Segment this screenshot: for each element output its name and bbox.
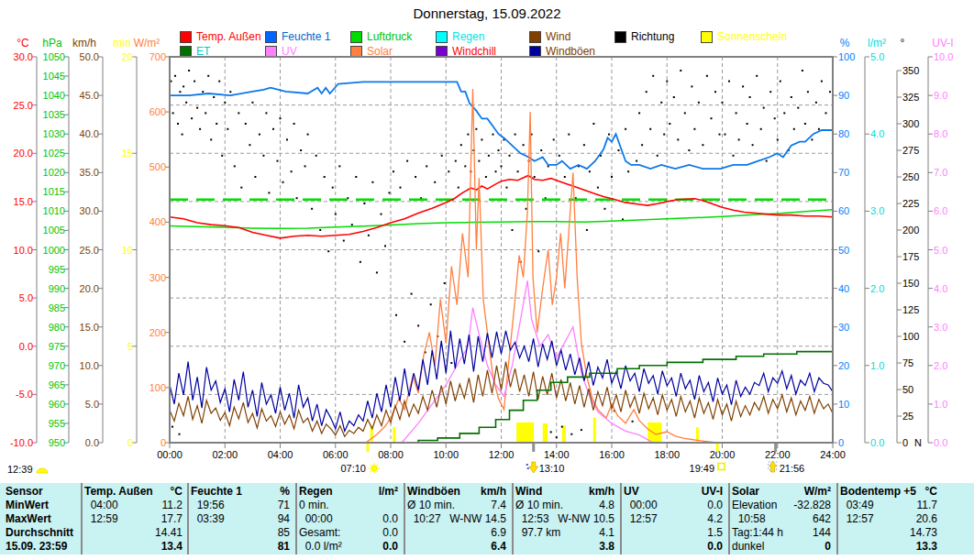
- stat-cell: Feuchte 1%: [191, 485, 290, 499]
- axis-tick-label: 100: [149, 382, 166, 393]
- stat-cell: Ø 10 min.4.8: [515, 499, 614, 512]
- axis-tick-label: 970: [49, 360, 65, 371]
- stat-cell: Temp. Außen°C: [84, 485, 183, 499]
- axis-tick-label: 10: [122, 245, 133, 256]
- axis-tick-label: 3.0: [934, 322, 947, 333]
- axis-tick-label: 0: [902, 437, 908, 448]
- axis-tick-label: 30: [838, 322, 849, 333]
- stats-table: SensorMinWertMaxWertDurchschnitt15.09. 2…: [0, 483, 974, 555]
- axis-tick-label: 600: [149, 106, 166, 117]
- axis-tick-label: 1015: [43, 186, 65, 197]
- axis-tick-label: 4.0: [934, 283, 947, 294]
- axis-tick-label: 20: [838, 360, 849, 371]
- stat-cell: 1.5: [624, 526, 723, 540]
- axis-tick-label: 0: [838, 437, 844, 448]
- stat-cell: 6.4: [407, 540, 506, 554]
- weather-chart: 30.025.020.015.010.05.00.0-5.0-10.0°C105…: [0, 0, 974, 483]
- axis-tick-label: 35.0: [80, 167, 99, 178]
- sun-event-time: 19:49: [690, 463, 715, 474]
- axis-tick-label: 980: [49, 322, 65, 333]
- moonrise-icon: [769, 461, 777, 472]
- solar-max-icon: [526, 462, 538, 473]
- axis-unit-label: UV-I: [932, 37, 953, 49]
- axis-tick-label: 1050: [43, 51, 65, 62]
- stat-cell: 97.7 km4.1: [515, 526, 614, 540]
- axis-pct: 1009080706050403020100%: [833, 37, 855, 448]
- axis-tick-label: 0.0: [19, 341, 33, 352]
- stat-cell: Elevation-32.828: [732, 499, 831, 512]
- x-tick-label: 14:00: [544, 449, 570, 460]
- x-tick-label: 02:00: [212, 449, 238, 460]
- axis-tick-label: 0: [160, 437, 166, 448]
- x-tick-label: 10:00: [433, 449, 459, 460]
- axis-tick-label: 1000: [43, 245, 65, 256]
- axis-uvi: 10.09.08.07.06.05.04.03.02.01.00.0UV-I: [928, 37, 954, 448]
- x-tick-label: 00:00: [157, 449, 183, 460]
- axis-tick-label: 960: [49, 399, 65, 410]
- table-divider: [620, 483, 622, 555]
- axis-tick-label: 70: [838, 167, 849, 178]
- axis-tick-label: 30.0: [80, 205, 99, 216]
- axis-tick-label: 10.0: [934, 51, 953, 62]
- axis-tick-label: 1005: [43, 225, 65, 236]
- axis-tick-label: 0.0: [85, 437, 99, 448]
- axis-tick-label: 1.0: [934, 399, 947, 410]
- stat-cell: 15.09. 23:59: [6, 540, 79, 554]
- axis-kmh: 50.045.040.035.030.025.020.015.010.05.00…: [72, 37, 103, 448]
- axis-tick-label: 995: [49, 264, 65, 275]
- axis-tick-label: 2.0: [870, 283, 884, 294]
- axis-tick-label: 1035: [43, 109, 65, 120]
- axis-tick-label: 1025: [43, 148, 65, 159]
- sun-event-time: 21:56: [780, 463, 805, 474]
- axis-tick-label: 200: [149, 327, 166, 338]
- stat-cell: Windkm/h: [515, 485, 614, 499]
- table-divider: [404, 483, 405, 555]
- axis-tick-label: 8.0: [934, 128, 947, 139]
- stat-cell: SolarW/m²: [732, 485, 831, 499]
- axis-tick-label: 0: [127, 437, 133, 448]
- stat-cell: 14.73: [840, 526, 937, 540]
- axis-tick-label: 60: [838, 205, 849, 216]
- stat-cell: 00:000.0: [299, 512, 398, 526]
- x-tick-label: 18:00: [654, 449, 680, 460]
- x-tick-label: 22:00: [765, 449, 791, 460]
- axis-tick-label: 975: [49, 341, 65, 352]
- stat-cell: 13.3: [840, 540, 937, 554]
- axis-tick-label: 325: [902, 92, 919, 103]
- stat-cell: 03:4911.7: [840, 499, 937, 512]
- stat-cell: 12:53W-NW 10.5: [515, 512, 614, 526]
- sun-event-time: 13:10: [539, 463, 565, 474]
- axis-tick-label: 25: [902, 411, 913, 422]
- stat-cell: 6.9: [407, 526, 506, 540]
- table-divider: [295, 483, 297, 555]
- axis-tick-label: 20: [122, 51, 133, 62]
- stat-cell: 12:5720.6: [840, 512, 937, 526]
- x-tick-label: 08:00: [378, 449, 404, 460]
- axis-tick-label: 50: [902, 384, 913, 395]
- axis-tick-label: 955: [49, 418, 65, 429]
- stat-cell: 04:0011.2: [84, 499, 183, 512]
- axis-tick-label: 350: [902, 65, 919, 76]
- axis-tick-label: 175: [902, 251, 919, 262]
- stat-cell: MaxWert: [6, 512, 79, 526]
- axis-temp: 30.025.020.015.010.05.00.0-5.0-10.0°C: [10, 37, 37, 448]
- sunrise-icon: [369, 463, 380, 474]
- weather-report-page: Donnerstag, 15.09.2022 Temp. AußenFeucht…: [0, 0, 974, 560]
- stat-cell: Sensor: [6, 485, 79, 499]
- stat-cell: dunkel0: [732, 540, 831, 554]
- axis-tick-label: 250: [902, 171, 919, 182]
- axis-tick-label: 20.0: [14, 148, 33, 159]
- axis-tick-label: 500: [149, 161, 166, 172]
- axis-tick-label: 150: [902, 278, 919, 289]
- x-tick-label: 06:00: [323, 449, 349, 460]
- stat-cell: Bodentemp +5°C: [840, 485, 937, 499]
- grid-lines: [170, 57, 833, 443]
- axis-tick-label: 0.0: [934, 437, 947, 448]
- stat-cell: Durchschnitt: [6, 526, 79, 540]
- axis-tick-label: 1020: [43, 167, 65, 178]
- sun-event-time: 07:10: [340, 463, 366, 474]
- axis-tick-label: 1030: [43, 128, 65, 139]
- table-divider: [187, 483, 189, 555]
- axis-tick-label: 40: [838, 283, 849, 294]
- series-richtung-scatter: [171, 70, 832, 438]
